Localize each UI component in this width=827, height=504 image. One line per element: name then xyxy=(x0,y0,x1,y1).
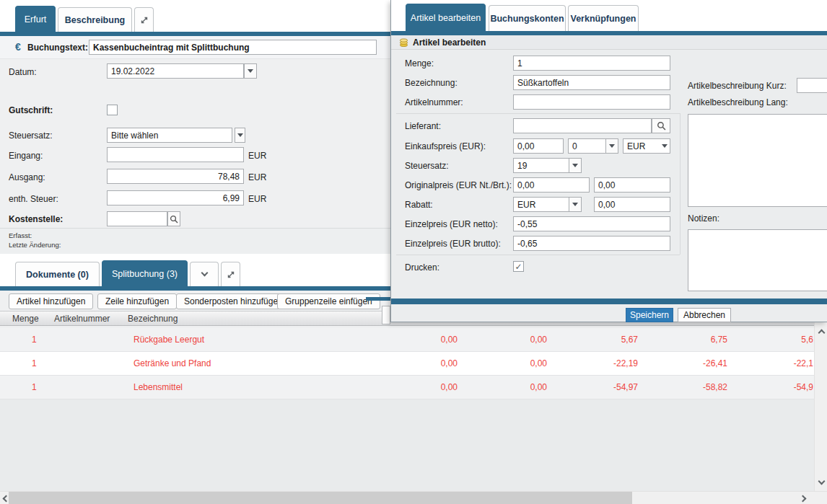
occluded-dialog-button-sliver xyxy=(382,306,390,324)
insert-group-line-button[interactable]: Gruppenzeile einfügen xyxy=(277,293,380,309)
lieferant-label: Lieferant: xyxy=(405,121,441,131)
meta-strip: Erfasst: Letzte Änderung: xyxy=(0,228,390,254)
drucken-label: Drucken: xyxy=(405,262,439,273)
table-row[interactable]: 1 Rückgabe Leergut 0,00 0,00 5,67 6,75 5… xyxy=(0,328,827,352)
steuersatz-label: Steuersatz: xyxy=(9,131,53,141)
artikelbeschreibung-lang-textarea[interactable] xyxy=(688,114,827,207)
cancel-button-label: Abbrechen xyxy=(683,310,725,320)
lieferant-input[interactable] xyxy=(513,118,652,133)
drucken-checkbox[interactable]: ✓ xyxy=(513,261,524,272)
add-line-button[interactable]: Zeile hinzufügen xyxy=(97,293,177,309)
chevron-down-icon xyxy=(662,144,668,148)
tab-more-dropdown[interactable] xyxy=(190,262,219,286)
kostenstelle-search-button[interactable] xyxy=(167,211,180,226)
dialog-tab-buchungskonten[interactable]: Buchungskonten xyxy=(489,5,566,31)
cell-c8: 5,6 xyxy=(801,335,813,345)
chevron-down-icon xyxy=(572,164,578,167)
originalpreis-brutto-input[interactable] xyxy=(594,177,670,193)
datum-dropdown-button[interactable] xyxy=(244,63,257,79)
artikelnummer-label: Artikelnummer: xyxy=(405,97,463,107)
cell-c5: 0,00 xyxy=(530,382,547,392)
einkaufspreis-combo1-dropdown[interactable] xyxy=(605,138,618,154)
einzelpreis-netto-input[interactable] xyxy=(513,216,670,231)
einzelpreis-brutto-input[interactable] xyxy=(513,236,670,251)
dialog-tab-verknuepfungen[interactable]: Verknüpfungen xyxy=(568,5,639,31)
chevron-down-icon xyxy=(572,203,578,206)
lieferant-search-button[interactable] xyxy=(652,118,670,133)
scroll-down-button[interactable] xyxy=(815,477,827,488)
add-line-label: Zeile hinzufügen xyxy=(105,296,169,306)
cancel-button[interactable]: Abbrechen xyxy=(678,308,731,322)
horizontal-scroll-thumb[interactable] xyxy=(9,492,632,504)
gutschrift-label: Gutschrift: xyxy=(9,105,53,115)
letzte-aenderung-label: Letzte Änderung: xyxy=(0,240,390,249)
cell-c4: 0,00 xyxy=(441,382,458,392)
dialog-tab-verknuepfungen-label: Verknüpfungen xyxy=(571,14,636,24)
erfasst-label: Erfasst: xyxy=(0,229,390,240)
notizen-label: Notizen: xyxy=(688,213,719,224)
dialog-section-header-label: Artikel bearbeiten xyxy=(413,37,486,48)
booking-text-row: € Buchungstext: xyxy=(0,36,390,59)
dialog-tab-artikel-bearbeiten-label: Artikel bearbeiten xyxy=(411,13,481,23)
rabatt-value-input[interactable] xyxy=(594,197,670,212)
einkaufspreis-currency-value: EUR xyxy=(627,141,645,151)
originalpreis-netto-input[interactable] xyxy=(513,177,590,193)
einzelpreis-netto-label: Einzelpreis (EUR netto): xyxy=(405,219,498,229)
cell-menge: 1 xyxy=(32,358,37,368)
steuersatz-dropdown-button[interactable] xyxy=(235,128,245,143)
save-button[interactable]: Speichern xyxy=(626,308,673,322)
add-special-item-label: Sonderposten hinzufügen xyxy=(184,296,283,306)
lower-accent-bar xyxy=(0,286,390,291)
datum-input[interactable] xyxy=(107,63,244,79)
artikelbeschreibung-kurz-label: Artikelbeschreibung Kurz: xyxy=(688,81,787,91)
scroll-right-button[interactable] xyxy=(800,492,808,504)
cell-c6: 5,67 xyxy=(621,335,638,345)
eingang-input[interactable] xyxy=(107,147,244,162)
rabatt-unit-input[interactable] xyxy=(513,197,569,212)
add-special-item-button[interactable]: Sonderposten hinzufügen xyxy=(176,293,291,309)
scroll-left-button[interactable] xyxy=(0,492,9,504)
ausgang-input[interactable] xyxy=(107,169,244,184)
einkaufspreis-label: Einkaufspreis (EUR): xyxy=(405,141,486,151)
cell-c5: 0,00 xyxy=(530,358,547,368)
artikelnummer-input[interactable] xyxy=(513,94,670,110)
einkaufspreis-input[interactable] xyxy=(513,138,564,154)
cell-c6: -22,19 xyxy=(613,358,638,368)
rabatt-unit-dropdown[interactable] xyxy=(569,197,582,212)
einkaufspreis-currency-combo[interactable]: EUR xyxy=(623,138,670,154)
horizontal-scrollbar[interactable] xyxy=(0,491,827,504)
gutschrift-checkbox[interactable] xyxy=(107,105,118,115)
booking-text-input[interactable] xyxy=(89,40,377,55)
tab-dokumente[interactable]: Dokumente (0) xyxy=(15,262,100,286)
table-row[interactable]: 1 Lebensmittel 0,00 0,00 -54,97 -58,82 -… xyxy=(0,376,827,399)
table-row[interactable]: 1 Getränke und Pfand 0,00 0,00 -22,19 -2… xyxy=(0,352,827,376)
artikelbeschreibung-kurz-input[interactable] xyxy=(797,78,827,93)
cell-c7: -26,41 xyxy=(703,358,727,368)
tab-beschreibung[interactable]: Beschreibung xyxy=(58,7,132,32)
scroll-up-button[interactable] xyxy=(815,325,827,337)
col-artikelnummer: Artikelnummer xyxy=(54,314,110,324)
coins-icon xyxy=(399,38,408,47)
chevron-right-icon xyxy=(799,495,806,502)
dialog-tab-artikel-bearbeiten[interactable]: Artikel bearbeiten xyxy=(406,4,486,31)
steuersatz-input[interactable] xyxy=(107,128,232,143)
enth-steuer-label: enth. Steuer: xyxy=(9,194,58,204)
tab-splitbuchung[interactable]: Splitbuchung (3) xyxy=(102,260,188,286)
add-article-button[interactable]: Artikel hinzufügen xyxy=(9,293,93,309)
enth-steuer-input[interactable] xyxy=(107,190,244,205)
tab-dokumente-label: Dokumente (0) xyxy=(26,270,89,280)
cell-bezeichnung: Lebensmittel xyxy=(134,382,183,392)
einkaufspreis-combo1-input[interactable] xyxy=(568,138,606,154)
kostenstelle-input[interactable] xyxy=(107,211,167,226)
notizen-textarea[interactable] xyxy=(688,229,827,291)
vertical-scrollbar[interactable] xyxy=(814,322,827,491)
dlg-steuersatz-dropdown[interactable] xyxy=(569,158,582,173)
menge-input[interactable] xyxy=(513,56,670,71)
tab-expand-button-2[interactable] xyxy=(221,262,240,286)
occluded-dialog-bar-sliver xyxy=(366,297,390,301)
bezeichnung-input[interactable] xyxy=(513,75,670,90)
tab-expand-button[interactable] xyxy=(134,7,154,32)
dlg-steuersatz-label: Steuersatz: xyxy=(405,161,449,171)
dlg-steuersatz-input[interactable] xyxy=(513,158,569,173)
tab-erfurt[interactable]: Erfurt xyxy=(15,6,56,32)
